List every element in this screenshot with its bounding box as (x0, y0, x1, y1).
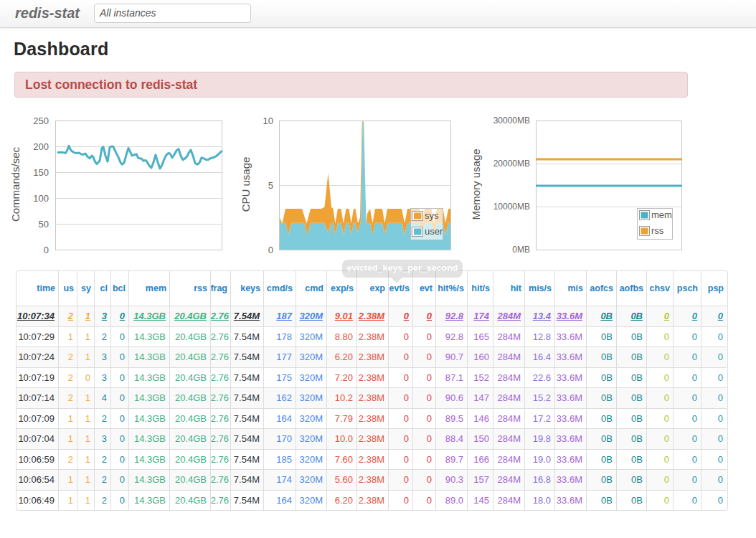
svg-text:Memory usage: Memory usage (470, 148, 482, 220)
svg-text:user: user (425, 226, 443, 237)
svg-text:sys: sys (425, 210, 439, 221)
svg-text:mem: mem (651, 209, 672, 220)
svg-text:Commands/sec: Commands/sec (9, 146, 22, 222)
svg-text:20000MB: 20000MB (493, 159, 530, 169)
svg-text:10000MB: 10000MB (493, 202, 530, 212)
svg-text:150: 150 (33, 167, 49, 178)
svg-text:0MB: 0MB (512, 245, 530, 255)
svg-text:100: 100 (33, 193, 49, 204)
svg-text:30000MB: 30000MB (493, 115, 530, 126)
svg-text:0: 0 (44, 245, 49, 255)
svg-text:5: 5 (268, 180, 273, 191)
svg-text:CPU usage: CPU usage (240, 157, 252, 212)
svg-text:200: 200 (33, 141, 49, 152)
svg-text:rss: rss (651, 225, 664, 236)
svg-text:250: 250 (33, 115, 49, 126)
svg-text:50: 50 (39, 219, 49, 230)
svg-text:0: 0 (268, 245, 273, 255)
svg-text:10: 10 (263, 115, 273, 126)
